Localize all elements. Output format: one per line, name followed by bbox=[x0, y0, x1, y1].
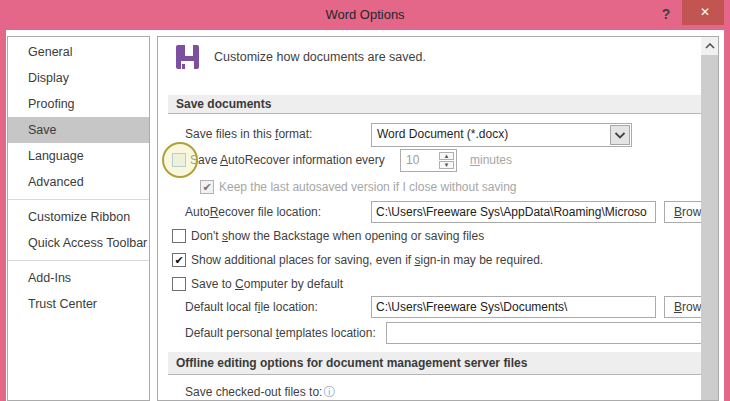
backstage-post: how the Backstage when opening or saving… bbox=[228, 229, 484, 243]
sidebar-item-add-ins[interactable]: Add-Ins bbox=[8, 265, 149, 291]
templates-pre: Default personal bbox=[185, 326, 276, 340]
format-label-post: ormat: bbox=[278, 127, 312, 141]
templates-location-label: Default personal templates location: bbox=[185, 326, 376, 341]
file-format-selected-value: Word Document (*.docx) bbox=[377, 127, 508, 141]
sidebar-item-customize-ribbon[interactable]: Customize Ribbon bbox=[8, 204, 149, 230]
section-header-save-documents: Save documents bbox=[168, 95, 702, 114]
help-icon[interactable]: ? bbox=[656, 3, 676, 25]
sidebar-item-language[interactable]: Language bbox=[8, 143, 149, 169]
sidebar-item-quick-access-toolbar[interactable]: Quick Access Toolbar bbox=[8, 230, 149, 256]
title-bar: Word Options ? ✕ bbox=[0, 0, 730, 30]
window-title: Word Options bbox=[0, 7, 730, 22]
autorecover-label-key: A bbox=[220, 153, 228, 167]
file-format-dropdown[interactable]: Word Document (*.docx) bbox=[371, 123, 632, 147]
sidebar-separator bbox=[8, 260, 149, 261]
sidebar-item-display[interactable]: Display bbox=[8, 65, 149, 91]
autorecover-location-input[interactable] bbox=[371, 201, 656, 223]
local-location-input[interactable] bbox=[371, 296, 656, 318]
local-pre: Default local f bbox=[185, 300, 258, 314]
sidebar-item-proofing[interactable]: Proofing bbox=[8, 91, 149, 117]
autorecover-location-label: AutoRecover file location: bbox=[185, 205, 321, 220]
checked-out-text: Save checked-out files to: bbox=[185, 385, 322, 399]
floppy-shutter bbox=[185, 45, 193, 56]
backstage-label: Don't show the Backstage when opening or… bbox=[191, 229, 484, 244]
sidebar-separator bbox=[8, 199, 149, 200]
templates-location-input[interactable] bbox=[386, 322, 703, 344]
keep-autosave-label: Keep the last autosaved version if I clo… bbox=[219, 180, 517, 195]
local-post: le location: bbox=[260, 300, 317, 314]
additional-places-checkbox[interactable]: ✔ bbox=[172, 253, 186, 267]
minutes-label-key: m bbox=[470, 153, 480, 167]
format-label-pre: Save files in this bbox=[185, 127, 275, 141]
section-header-offline-editing: Offline editing options for document man… bbox=[168, 352, 702, 375]
window-border-right bbox=[724, 0, 730, 401]
window-border-left bbox=[0, 0, 6, 401]
info-icon[interactable]: ⓘ bbox=[323, 385, 335, 399]
places-pre: Show additional places for saving, even … bbox=[191, 253, 414, 267]
scrollbar-up-button[interactable] bbox=[701, 37, 718, 55]
additional-places-label: Show additional places for saving, even … bbox=[191, 253, 543, 268]
chevron-down-icon bbox=[614, 132, 626, 139]
computer-post: omputer by default bbox=[244, 277, 343, 291]
check-icon: ✔ bbox=[174, 255, 183, 266]
dropdown-arrow-button[interactable] bbox=[610, 125, 630, 145]
spinner-down-icon: ▼ bbox=[444, 162, 450, 168]
templates-post: emplates location: bbox=[279, 326, 376, 340]
places-post: ign-in may be required. bbox=[420, 253, 543, 267]
save-to-computer-checkbox[interactable] bbox=[172, 277, 186, 291]
format-label: Save files in this format: bbox=[185, 127, 312, 142]
save-options-panel: Customize how documents are saved. Save … bbox=[157, 36, 719, 401]
backstage-checkbox[interactable] bbox=[172, 229, 186, 243]
floppy-notch bbox=[182, 64, 184, 69]
save-floppy-icon bbox=[176, 45, 199, 69]
close-button[interactable]: ✕ bbox=[682, 0, 728, 25]
vertical-scrollbar[interactable] bbox=[701, 37, 718, 400]
autorecover-label-post: utoRecover information every bbox=[228, 153, 385, 167]
sidebar-item-trust-center[interactable]: Trust Center bbox=[8, 291, 149, 317]
close-icon: ✕ bbox=[700, 5, 710, 19]
minutes-label: minutes bbox=[470, 153, 512, 168]
minutes-label-post: inutes bbox=[480, 153, 512, 167]
backstage-pre: Don't bbox=[191, 229, 222, 243]
computer-key: C bbox=[235, 277, 244, 291]
sidebar-item-save[interactable]: Save bbox=[8, 117, 149, 143]
autorecover-label-pre: Save bbox=[190, 153, 220, 167]
save-to-computer-label: Save to Computer by default bbox=[191, 277, 343, 292]
keep-autosave-checkbox: ✔ bbox=[200, 180, 214, 194]
chevron-up-icon bbox=[705, 43, 715, 49]
sidebar-item-advanced[interactable]: Advanced bbox=[8, 169, 149, 195]
options-sidebar: General Display Proofing Save Language A… bbox=[7, 36, 150, 401]
page-title: Customize how documents are saved. bbox=[214, 50, 426, 65]
autorecover-minutes-spinner[interactable]: 10 ▲ ▼ bbox=[400, 149, 457, 172]
autorecover-minutes-value: 10 bbox=[406, 153, 419, 167]
local-location-label: Default local file location: bbox=[185, 300, 318, 315]
spinner-down-button[interactable]: ▼ bbox=[439, 161, 454, 169]
sidebar-item-general[interactable]: General bbox=[8, 39, 149, 65]
ar-location-pre: Auto bbox=[185, 205, 210, 219]
ar-location-post: ecover file location: bbox=[218, 205, 321, 219]
spinner-up-button[interactable]: ▲ bbox=[439, 152, 454, 160]
browse-key: B bbox=[674, 300, 682, 314]
save-autorecover-label: Save AutoRecover information every bbox=[190, 153, 385, 168]
check-icon: ✔ bbox=[202, 182, 211, 193]
spinner-up-icon: ▲ bbox=[444, 153, 450, 159]
checked-out-files-label: Save checked-out files to:ⓘ bbox=[185, 385, 335, 400]
save-autorecover-checkbox[interactable] bbox=[172, 153, 186, 167]
browse-key: B bbox=[674, 205, 682, 219]
scrollbar-thumb[interactable] bbox=[701, 55, 718, 400]
computer-pre: Save to bbox=[191, 277, 235, 291]
